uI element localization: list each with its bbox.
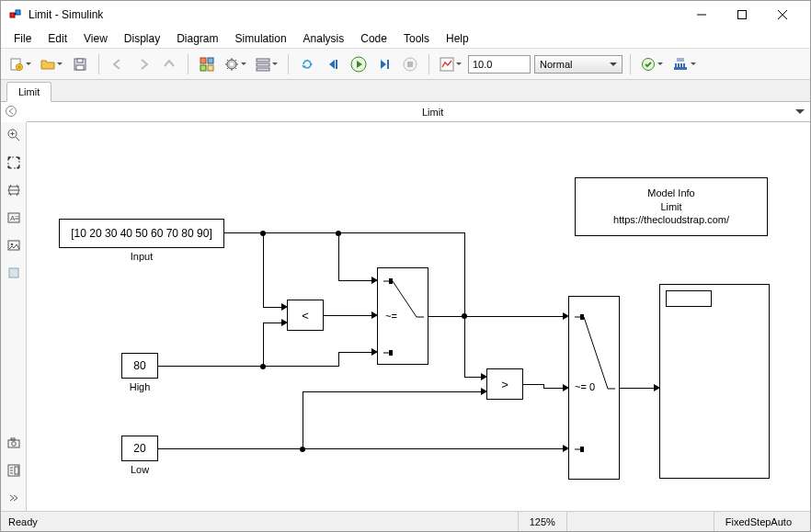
chevron-down-icon [456,62,462,68]
breadcrumb-dropdown[interactable] [795,109,805,119]
toggle-perspective-icon[interactable] [5,181,23,199]
svg-point-40 [11,442,16,447]
image-icon[interactable] [5,236,23,255]
svg-rect-2 [738,11,747,19]
block-switch-1[interactable]: ~= [377,267,428,365]
breadcrumb-label[interactable]: Limit [422,107,810,118]
library-browser-button[interactable] [196,53,218,75]
menu-code[interactable]: Code [353,30,394,47]
svg-rect-33 [8,157,19,168]
menu-display[interactable]: Display [117,30,167,47]
close-button[interactable] [762,2,803,28]
svg-rect-26 [678,63,680,67]
svg-rect-27 [680,63,682,67]
explorer-bar: Limit [27,102,810,122]
svg-rect-10 [200,65,206,71]
build-button[interactable] [669,53,699,75]
svg-rect-24 [674,67,687,70]
report-icon[interactable] [5,461,23,480]
svg-rect-15 [257,63,269,66]
model-tab[interactable]: Limit [6,82,51,102]
up-button[interactable] [158,53,180,75]
status-bar: Ready 125% FixedStepAuto [1,511,810,531]
block-value: 80 [133,359,145,372]
model-config-button[interactable] [222,53,249,75]
data-inspector-button[interactable] [437,53,464,75]
block-model-info[interactable]: Model Info Limit https://thecloudstrap.c… [575,177,768,236]
simulation-time-input[interactable]: 10.0 [468,55,531,74]
open-button[interactable] [38,53,65,75]
menu-diagram[interactable]: Diagram [169,30,225,47]
svg-rect-6 [77,59,83,62]
svg-rect-7 [76,65,84,70]
switch-threshold: ~= 0 [575,381,595,392]
area-icon[interactable] [5,264,23,282]
fast-restart-button[interactable] [296,53,318,75]
screenshot-icon[interactable] [5,434,23,452]
svg-rect-9 [208,58,213,63]
block-value: [10 20 30 40 50 60 70 80 90] [71,227,211,240]
block-switch-2[interactable]: ~= 0 [568,296,620,480]
run-button[interactable] [348,53,370,75]
svg-rect-28 [683,63,685,67]
svg-rect-16 [257,68,269,71]
stop-button[interactable] [399,53,421,75]
block-relational-greater[interactable]: > [486,368,523,400]
operator-text: > [501,378,508,391]
block-value: 20 [133,442,145,455]
save-button[interactable] [69,53,91,75]
model-info-line1: Model Info [647,187,694,200]
menu-tools[interactable]: Tools [396,30,437,47]
switch-threshold: ~= [385,311,397,322]
update-diagram-button[interactable] [638,53,666,75]
svg-rect-21 [407,62,413,67]
menu-help[interactable]: Help [439,30,476,47]
menu-view[interactable]: View [76,30,115,47]
svg-rect-8 [200,58,206,63]
menu-edit[interactable]: Edit [40,30,74,47]
chevron-down-icon [57,62,63,68]
block-scope[interactable] [659,284,770,479]
forward-button[interactable] [132,53,154,75]
svg-rect-17 [336,60,337,69]
model-icon [30,105,418,119]
fit-view-icon[interactable] [5,153,23,172]
svg-rect-45 [389,278,393,284]
zoom-in-icon[interactable] [5,126,23,144]
status-solver[interactable]: FixedStepAuto [714,512,803,531]
block-input-constant[interactable]: [10 20 30 40 50 60 70 80 90] Input [59,219,224,248]
svg-rect-41 [11,438,15,440]
svg-rect-53 [580,447,584,452]
title-bar: Limit - Simulink [1,1,810,28]
chevron-down-icon [657,62,663,68]
step-forward-button[interactable] [373,53,395,75]
svg-rect-43 [15,467,18,474]
svg-point-13 [230,62,234,66]
hide-browser-button[interactable] [5,105,17,120]
svg-rect-14 [257,59,269,62]
annotations-icon[interactable]: A≡ [5,209,23,227]
menu-file[interactable]: File [6,30,39,47]
menu-analysis[interactable]: Analysis [296,30,352,47]
status-zoom[interactable]: 125% [518,512,566,531]
chevron-down-icon [241,62,246,68]
svg-rect-11 [208,65,213,71]
svg-point-37 [10,243,13,246]
block-relational-less[interactable]: < [287,300,324,331]
model-canvas[interactable]: [10 20 30 40 50 60 70 80 90] Input 80 Hi… [27,122,810,511]
block-high-constant[interactable]: 80 High [121,353,158,379]
chevron-down-icon [272,62,278,68]
step-back-button[interactable] [322,53,344,75]
model-explorer-button[interactable] [253,53,280,75]
maximize-button[interactable] [722,2,762,28]
simulation-mode-select[interactable]: Normal [534,55,623,74]
svg-rect-38 [9,268,18,277]
expand-icon[interactable] [5,489,23,507]
new-model-button[interactable] [6,53,34,75]
svg-rect-51 [580,314,584,320]
minimize-button[interactable] [681,2,722,28]
block-label: Input [60,251,223,262]
menu-simulation[interactable]: Simulation [228,30,294,47]
back-button[interactable] [107,53,129,75]
block-low-constant[interactable]: 20 Low [121,436,158,461]
